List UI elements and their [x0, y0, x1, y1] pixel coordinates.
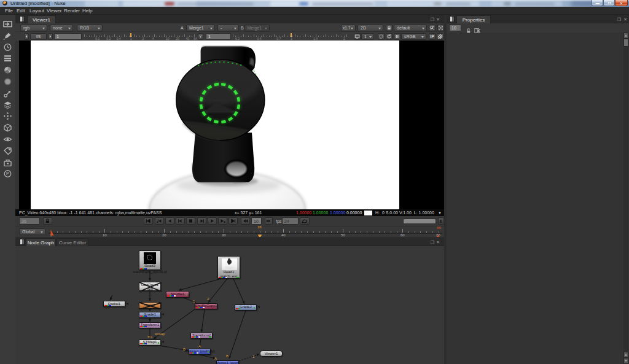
- node-godrays1[interactable]: GodRays1(all): [139, 282, 161, 291]
- close-button[interactable]: ✕: [615, 0, 628, 6]
- unlock-icon[interactable]: [466, 25, 472, 31]
- gamma-value-field[interactable]: 1: [206, 33, 231, 40]
- timeline-scrollbar[interactable]: [403, 219, 436, 224]
- node-read1[interactable]: Read1watch..exr: [217, 256, 240, 279]
- play-back-button[interactable]: [165, 217, 174, 225]
- image-nodes-icon[interactable]: [3, 20, 12, 28]
- scroll-up-icon[interactable]: [623, 33, 628, 39]
- max-panels-field[interactable]: 10: [449, 25, 461, 31]
- pane-menu-icon[interactable]: [20, 16, 25, 22]
- keyer-nodes-icon[interactable]: [3, 89, 12, 98]
- node-merge1[interactable]: Merge1 (over): [216, 360, 239, 364]
- input-process-button[interactable]: IP: [429, 33, 436, 40]
- skip-end-button[interactable]: [229, 217, 238, 225]
- ffwd-button[interactable]: [265, 217, 273, 225]
- play-back-key-button[interactable]: [155, 217, 164, 225]
- draw-nodes-icon[interactable]: [3, 31, 12, 40]
- layer-select[interactable]: rgb: [20, 25, 47, 31]
- info-expand-icon[interactable]: ▼: [438, 211, 442, 215]
- node-grade1[interactable]: Grade1: [139, 312, 161, 318]
- viewer-canvas[interactable]: [19, 41, 444, 209]
- timeline-out-marker[interactable]: [436, 230, 439, 233]
- proxy-toggle-icon[interactable]: [429, 25, 436, 31]
- step-fwd-button[interactable]: [197, 217, 206, 225]
- fps-field[interactable]: 24: [282, 217, 299, 225]
- refresh-icon[interactable]: [386, 33, 393, 40]
- timeline-in-marker[interactable]: [50, 227, 54, 233]
- fullscreen-icon[interactable]: [437, 25, 444, 31]
- current-frame-field[interactable]: 36: [19, 217, 40, 225]
- blend-select[interactable]: -: [217, 25, 239, 31]
- roi-icon[interactable]: [378, 33, 385, 40]
- transform-nodes-icon[interactable]: [3, 112, 12, 120]
- node-shufflecopy1[interactable]: ShuffleCopy1: [195, 303, 217, 309]
- title-bar[interactable]: Untitled [modified] - Nuke ✕: [0, 0, 629, 7]
- float-pane-icon[interactable]: ❐: [617, 17, 621, 21]
- stop-button[interactable]: [186, 217, 195, 225]
- node-shuffle1[interactable]: Shuffle1: [166, 291, 189, 298]
- timeline[interactable]: Global 1020304050601666636: [15, 226, 444, 237]
- color-nodes-icon[interactable]: [3, 66, 12, 74]
- tab-viewer1[interactable]: Viewer1: [27, 15, 56, 23]
- scroll-down-icon[interactable]: [623, 358, 628, 364]
- lut-select[interactable]: sRGB: [401, 33, 426, 40]
- tab-properties[interactable]: Properties: [456, 15, 491, 23]
- channel-nodes-icon[interactable]: [3, 54, 12, 63]
- gain-slider[interactable]: 0.10.20.412410204064: [84, 33, 195, 39]
- timeline-playhead[interactable]: [257, 230, 262, 233]
- pane-menu-icon[interactable]: [450, 16, 455, 22]
- node-graph-canvas[interactable]: Read3watchFace_00036.tifRead1watch..exrG…: [15, 246, 444, 364]
- pane-menu-icon[interactable]: [20, 239, 25, 245]
- node-transform2[interactable]: Transform2: [190, 333, 213, 339]
- lock-icon[interactable]: [386, 25, 393, 31]
- frame-increment-field[interactable]: 10: [251, 217, 262, 225]
- filter-nodes-icon[interactable]: [3, 77, 12, 86]
- b-input-select[interactable]: Merge1: [244, 25, 270, 31]
- other-nodes-icon[interactable]: P: [3, 169, 12, 178]
- pause-icon[interactable]: [394, 33, 400, 40]
- skip-start-button[interactable]: [144, 217, 153, 225]
- downrez-select[interactable]: 1: [361, 33, 374, 40]
- monitor-icon[interactable]: [354, 33, 361, 40]
- views-nodes-icon[interactable]: [3, 135, 12, 144]
- lock-range-icon[interactable]: [43, 217, 52, 225]
- timeline-expand-icon[interactable]: [438, 217, 444, 225]
- tab-node-graph[interactable]: Node Graph: [26, 238, 56, 246]
- float-pane-icon[interactable]: ❐: [431, 240, 434, 244]
- stereo-select[interactable]: default: [394, 25, 427, 31]
- rewind-button[interactable]: [241, 217, 250, 225]
- maximize-button[interactable]: [603, 0, 615, 6]
- a-input-select[interactable]: Merge1: [186, 25, 215, 31]
- loop-mode-icon[interactable]: [300, 217, 310, 225]
- properties-scrollbar[interactable]: [623, 33, 628, 364]
- minimize-button[interactable]: [592, 0, 603, 6]
- gamma-button[interactable]: Y: [198, 33, 203, 40]
- node-read3[interactable]: Read3watchFace_00036.tif: [139, 250, 161, 270]
- gain-value-field[interactable]: 1: [54, 33, 82, 40]
- float-pane-icon[interactable]: ❐: [431, 17, 434, 21]
- gamma-slider[interactable]: 0.20.40.711.42: [233, 33, 348, 39]
- node-stmap1[interactable]: STMap1: [139, 339, 161, 346]
- node-radial1[interactable]: Radial1: [103, 301, 125, 307]
- close-pane-icon[interactable]: ✕: [436, 240, 440, 244]
- menu-help[interactable]: Help: [82, 7, 92, 15]
- step-back-button[interactable]: [176, 217, 185, 225]
- node-transform1[interactable]: Transform1: [139, 322, 161, 328]
- gain-fstop-button[interactable]: f/8: [30, 33, 47, 40]
- close-all-panels-icon[interactable]: [474, 25, 481, 31]
- merge-nodes-icon[interactable]: [3, 101, 12, 109]
- close-pane-icon[interactable]: ✕: [623, 17, 627, 21]
- toolsets-nodes-icon[interactable]: [3, 158, 12, 167]
- menu-render[interactable]: Render: [64, 7, 80, 15]
- scroll-up2-icon[interactable]: [623, 352, 628, 358]
- node-viewer1[interactable]: Viewer1: [260, 350, 283, 357]
- menu-file[interactable]: File: [5, 7, 13, 15]
- close-pane-icon[interactable]: ✕: [436, 17, 440, 21]
- zoom-select[interactable]: x1.7: [341, 25, 356, 31]
- channel-select[interactable]: RGB: [77, 25, 103, 31]
- checker-icon[interactable]: [437, 33, 443, 40]
- scrollbar-thumb[interactable]: [623, 39, 628, 47]
- node-multiply1[interactable]: Multiply1 (multiply): [189, 349, 211, 355]
- node-grain1[interactable]: Grain1: [139, 302, 161, 309]
- frame-range-mode-select[interactable]: Global: [19, 228, 45, 235]
